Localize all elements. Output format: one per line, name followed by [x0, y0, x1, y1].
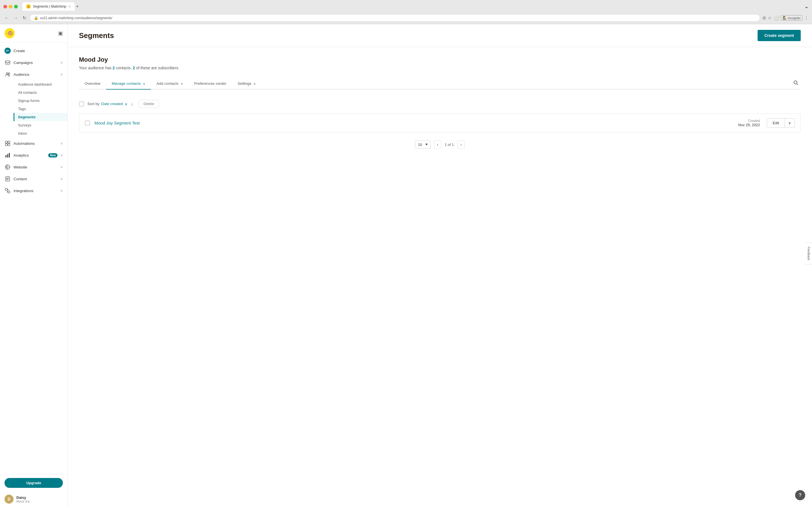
sidebar-item-content[interactable]: Content ∨ [0, 173, 67, 185]
main-header: Segments Create segment [68, 24, 812, 47]
tab-close-btn[interactable]: × [68, 4, 71, 9]
svg-text:🐵: 🐵 [7, 30, 13, 36]
content-chevron-icon: ∨ [60, 177, 63, 181]
select-all-checkbox[interactable] [79, 101, 84, 107]
sidebar-item-audience-dashboard[interactable]: Audience dashboard [13, 80, 67, 89]
sidebar-item-signup-forms[interactable]: Signup forms [13, 97, 67, 105]
tab-add-contacts[interactable]: Add contacts ∨ [151, 78, 189, 90]
extensions-icon[interactable]: ⬜ [773, 15, 779, 20]
svg-rect-5 [5, 141, 7, 143]
segment-meta: Created Nov 29, 2022 [738, 119, 760, 127]
sidebar-item-audience[interactable]: Audience ∧ [0, 68, 67, 80]
sidebar-nav: ✏ Create Campaigns ∨ Audience ∧ [0, 43, 67, 474]
address-bar[interactable]: 🔒 us21.admin.mailchimp.com/audience/segm… [30, 14, 760, 22]
browser-chrome: 🐵 Segments | Mailchimp × + ⌄ ← → ↻ 🔒 us2… [0, 0, 812, 24]
sidebar-item-all-contacts[interactable]: All contacts [13, 89, 67, 97]
add-contacts-chevron-icon: ∨ [181, 82, 183, 86]
sidebar-item-tags[interactable]: Tags [13, 105, 67, 113]
sidebar-item-create[interactable]: ✏ Create [0, 45, 67, 57]
audience-icon [4, 71, 11, 77]
segment-name-link[interactable]: Mood Joy Segment Test [94, 121, 738, 125]
page-title: Segments [79, 31, 114, 40]
segments-toolbar: Sort by Date created ∨ ↓ Delete [79, 96, 801, 111]
created-label: Created [748, 119, 760, 123]
user-profile[interactable]: D Daisy Mood Joy [0, 491, 67, 507]
pagination: 10 25 50 ‹ 1 of 1 › [79, 135, 801, 154]
tab-preferences-center[interactable]: Preferences center [189, 78, 232, 90]
segment-dropdown-btn[interactable]: ∨ [784, 118, 795, 128]
svg-point-16 [794, 81, 797, 84]
automations-icon [4, 140, 11, 147]
camera-off-icon[interactable]: ⊘ [762, 15, 766, 20]
svg-rect-2 [5, 61, 10, 64]
browser-tab-active[interactable]: 🐵 Segments | Mailchimp × [22, 2, 75, 11]
tab-settings[interactable]: Settings ∨ [232, 78, 262, 90]
window-chevron-icon[interactable]: ⌄ [804, 3, 809, 10]
campaigns-icon [4, 59, 11, 66]
upgrade-btn[interactable]: Upgrade [4, 478, 63, 488]
incognito-label: Incognito [788, 16, 801, 20]
browser-titlebar: 🐵 Segments | Mailchimp × + ⌄ [0, 0, 812, 13]
sidebar-item-label-integrations: Integrations [13, 189, 57, 193]
audience-desc-suffix: of these are subscribers. [135, 66, 179, 70]
svg-rect-9 [5, 155, 6, 158]
sidebar-item-label-content: Content [13, 177, 57, 181]
sidebar-item-segments[interactable]: Segments [13, 113, 67, 121]
tab-manage-contacts[interactable]: Manage contacts ∨ [106, 78, 151, 90]
sort-value[interactable]: Date created [101, 102, 123, 106]
help-btn[interactable]: ? [795, 490, 805, 500]
integrations-chevron-icon: ∨ [60, 189, 63, 193]
sidebar-item-inbox[interactable]: Inbox [13, 129, 67, 137]
sidebar-item-label-analytics: Analytics [13, 153, 44, 158]
next-page-btn[interactable]: › [457, 140, 465, 149]
prev-page-btn[interactable]: ‹ [434, 140, 442, 149]
audience-chevron-icon: ∧ [60, 72, 63, 76]
svg-rect-15 [8, 191, 10, 193]
svg-rect-7 [5, 144, 7, 146]
sort-dropdown-icon[interactable]: ∨ [124, 102, 128, 106]
page-size-select[interactable]: 10 25 50 [415, 140, 430, 149]
tab-add-contacts-label: Add contacts [156, 81, 179, 86]
more-options-icon[interactable]: ⋮ [804, 15, 809, 20]
svg-rect-14 [5, 188, 7, 190]
segment-checkbox[interactable] [85, 121, 90, 126]
sidebar-item-integrations[interactable]: Integrations ∨ [0, 185, 67, 196]
created-date: Nov 29, 2022 [738, 123, 760, 127]
audience-name: Mood Joy [79, 56, 801, 63]
tab-overview[interactable]: Overview [79, 78, 106, 90]
new-tab-btn[interactable]: + [76, 4, 79, 10]
forward-btn[interactable]: → [12, 14, 19, 22]
search-segments-btn[interactable] [791, 78, 801, 89]
integrations-icon [4, 187, 11, 194]
sidebar-toggle-btn[interactable]: ▣ [58, 30, 63, 36]
sidebar-item-website[interactable]: Website ∨ [0, 161, 67, 173]
close-window-btn[interactable] [3, 5, 7, 8]
url-text: us21.admin.mailchimp.com/audience/segmen… [40, 16, 112, 20]
sidebar-top: 🐵 ▣ [0, 24, 67, 43]
automations-chevron-icon: ∨ [60, 142, 63, 145]
create-segment-btn[interactable]: Create segment [758, 30, 801, 41]
mailchimp-logo[interactable]: 🐵 [4, 28, 15, 38]
edit-segment-btn[interactable]: Edit [767, 118, 784, 128]
audience-desc-prefix: Your audience has [79, 66, 112, 70]
audience-desc-mid: contacts. [115, 66, 133, 70]
refresh-btn[interactable]: ↻ [21, 14, 28, 22]
bookmark-icon[interactable]: ☆ [768, 15, 772, 20]
tab-title: Segments | Mailchimp [33, 4, 66, 8]
feedback-tab[interactable]: Feedback [805, 242, 812, 265]
sidebar-item-surveys[interactable]: Surveys [13, 121, 67, 129]
user-name: Daisy [16, 496, 30, 500]
sidebar-item-automations[interactable]: Automations ∨ [0, 137, 67, 149]
svg-rect-8 [8, 144, 10, 146]
back-btn[interactable]: ← [3, 14, 10, 22]
traffic-lights [3, 5, 18, 8]
tab-bar: 🐵 Segments | Mailchimp × + [20, 2, 82, 11]
sidebar-item-analytics[interactable]: Analytics New ∨ [0, 149, 67, 161]
minimize-window-btn[interactable] [9, 5, 12, 8]
delete-btn[interactable]: Delete [139, 100, 159, 108]
campaigns-chevron-icon: ∨ [60, 61, 63, 64]
maximize-window-btn[interactable] [14, 5, 18, 8]
sidebar-item-campaigns[interactable]: Campaigns ∨ [0, 57, 67, 68]
sort-direction-icon[interactable]: ↓ [131, 101, 133, 107]
content-icon [4, 176, 11, 182]
